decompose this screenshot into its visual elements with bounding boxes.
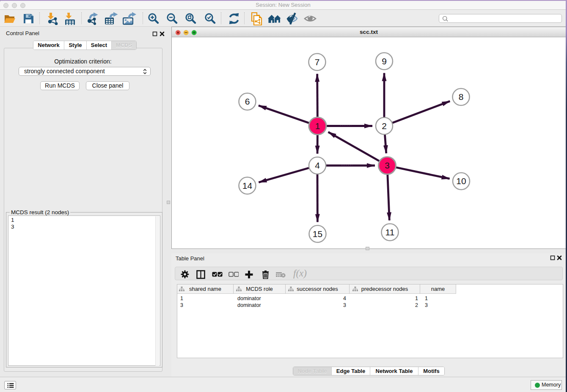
svg-text:8: 8 — [459, 92, 464, 102]
svg-text:3: 3 — [385, 160, 390, 170]
svg-text:14: 14 — [242, 181, 253, 190]
svg-text:11: 11 — [385, 227, 395, 237]
svg-text:2: 2 — [382, 121, 387, 131]
svg-text:7: 7 — [315, 57, 320, 67]
svg-text:10: 10 — [456, 176, 466, 186]
svg-text:9: 9 — [382, 56, 387, 66]
svg-text:1: 1 — [315, 121, 320, 131]
svg-text:6: 6 — [245, 97, 250, 106]
svg-text:4: 4 — [315, 160, 320, 170]
svg-text:15: 15 — [313, 229, 322, 239]
